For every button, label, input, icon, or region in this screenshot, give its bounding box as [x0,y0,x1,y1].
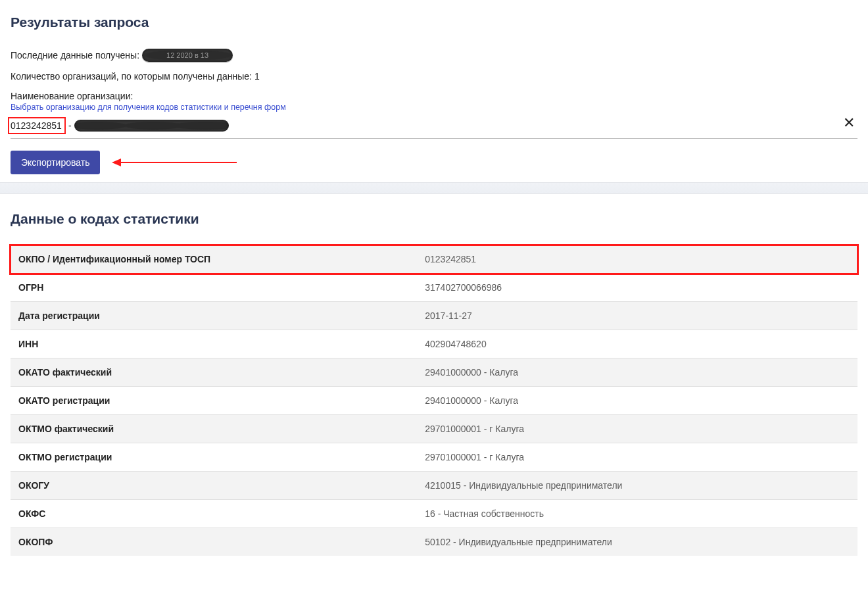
stat-key: ОГРН [11,274,417,302]
section-divider [0,182,868,194]
table-row: ИНН402904748620 [11,330,857,358]
last-data-label: Последние данные получены: [11,50,139,61]
stat-key: ОКОГУ [11,472,417,500]
clear-input-icon[interactable]: ✕ [843,116,855,130]
table-row: ОКАТО регистрации29401000000 - Калуга [11,387,857,415]
stat-key: ОКАТО регистрации [11,387,417,415]
org-number: 0123242851 [9,120,62,131]
stats-table: ОКПО / Идентификационный номер ТОСП01232… [11,245,857,556]
org-count-label: Количество организаций, по которым получ… [11,71,252,82]
stat-value: 2017-11-27 [417,302,857,330]
table-row: ОКФС16 - Частная собственность [11,500,857,528]
stats-section: Данные о кодах статистики ОКПО / Идентиф… [0,194,868,556]
stat-value: 29401000000 - Калуга [417,387,857,415]
last-data-value-hint: 12 2020 в 13 [166,51,208,59]
org-name-label: Наименование организации: [11,91,857,101]
table-row: ОКОПФ50102 - Индивидуальные предпринимат… [11,528,857,556]
stat-key: ИНН [11,330,417,358]
stats-heading: Данные о кодах статистики [11,211,857,227]
org-number-highlight-box: 0123242851 [8,117,66,134]
stat-value: 4210015 - Индивидуальные предприниматели [417,472,857,500]
export-button[interactable]: Экспортировать [11,151,100,174]
table-row: ОГРН317402700066986 [11,274,857,302]
stat-value: 317402700066986 [417,274,857,302]
query-results-section: Результаты запроса Последние данные полу… [0,0,868,182]
org-input-row[interactable]: 0123242851 - ✕ [11,117,857,139]
stat-value: 16 - Частная собственность [417,500,857,528]
stat-key: ОКФС [11,500,417,528]
last-data-line: Последние данные получены: 12 2020 в 13 [11,49,857,62]
stat-value: 29701000001 - г Калуга [417,415,857,443]
org-count-line: Количество организаций, по которым получ… [11,71,857,82]
stat-key: ОКОПФ [11,528,417,556]
org-separator: - [66,120,74,131]
org-name-redacted [74,120,229,132]
table-row: ОКТМО фактический29701000001 - г Калуга [11,415,857,443]
org-count-value: 1 [254,71,260,82]
export-row: Экспортировать [11,151,857,174]
stat-key: ОКАТО фактический [11,358,417,387]
annotation-arrow-icon [112,160,237,165]
stat-key: ОКТМО фактический [11,415,417,443]
last-data-value-redacted: 12 2020 в 13 [142,49,233,62]
table-row: ОКАТО фактический29401000000 - Калуга [11,358,857,387]
table-row: Дата регистрации2017-11-27 [11,302,857,330]
org-select-hint-link[interactable]: Выбрать организацию для получения кодов … [11,103,857,112]
stat-value: 0123242851 [417,245,857,274]
stat-key: ОКПО / Идентификационный номер ТОСП [11,245,417,274]
table-row: ОКПО / Идентификационный номер ТОСП01232… [11,245,857,274]
results-heading: Результаты запроса [11,14,857,30]
table-row: ОКОГУ4210015 - Индивидуальные предприним… [11,472,857,500]
stat-value: 29701000001 - г Калуга [417,443,857,472]
stat-value: 29401000000 - Калуга [417,358,857,387]
stat-key: ОКТМО регистрации [11,443,417,472]
stat-key: Дата регистрации [11,302,417,330]
stat-value: 402904748620 [417,330,857,358]
table-row: ОКТМО регистрации29701000001 - г Калуга [11,443,857,472]
stat-value: 50102 - Индивидуальные предприниматели [417,528,857,556]
